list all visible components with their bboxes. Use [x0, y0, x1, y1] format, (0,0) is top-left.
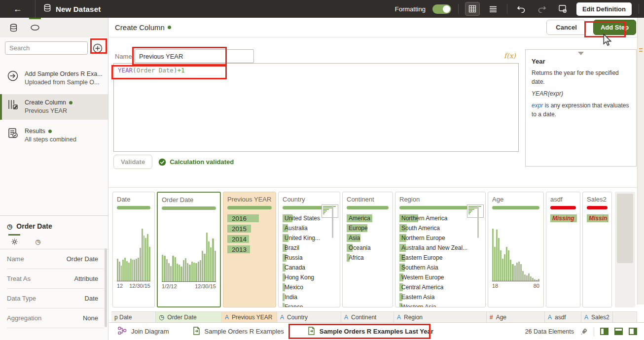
- function-picker-icon[interactable]: f(x): [504, 52, 516, 60]
- grid-view-button[interactable]: [465, 2, 479, 15]
- column-card-asdf[interactable]: asdfMissing ...: [546, 192, 580, 307]
- edit-definition-button[interactable]: Edit Definition: [576, 2, 632, 16]
- properties-scrollbar[interactable]: [105, 248, 107, 327]
- value-row[interactable]: Central America: [399, 282, 481, 292]
- column-card-sales2[interactable]: Sales2Missing o...: [582, 192, 612, 307]
- column-footer-tab-sales2[interactable]: ASales2: [581, 311, 613, 322]
- property-value[interactable]: Date: [85, 295, 104, 302]
- preview-vertical-scrollbar[interactable]: [615, 192, 635, 307]
- property-value[interactable]: Attribute: [74, 275, 104, 282]
- property-value[interactable]: Order Date: [67, 255, 104, 263]
- step-item-2[interactable]: Create ColumnPrevious YEAR: [0, 94, 108, 120]
- dataset-tab-2[interactable]: Sample Orders R Examples: [193, 323, 284, 340]
- value-row[interactable]: South America: [399, 223, 481, 233]
- main-area: Create Column Cancel Add Step Name f(x) …: [109, 18, 644, 340]
- formula-editor[interactable]: YEAR(Order Date)+1: [113, 63, 519, 152]
- dataset-tab-1[interactable]: Join Diagram: [118, 323, 169, 340]
- preparation-tab[interactable]: [28, 18, 42, 37]
- property-value[interactable]: None: [83, 314, 104, 322]
- histogram-bar: [528, 273, 530, 281]
- value-row[interactable]: Southern Asia: [399, 263, 481, 272]
- value-row[interactable]: Hong Kong: [283, 272, 336, 282]
- value-list-scrollbar[interactable]: [477, 205, 479, 238]
- column-name-input[interactable]: [135, 49, 254, 63]
- column-card-previous-year[interactable]: Previous YEAR2016201520142013: [223, 192, 276, 307]
- column-footer-tab-order-date[interactable]: ◷Order Date: [156, 311, 222, 322]
- value-row[interactable]: Eastern Asia: [399, 292, 481, 302]
- value-row[interactable]: Western Asia: [399, 302, 481, 307]
- histogram-bar: [538, 279, 539, 281]
- column-footer-tab-previous-year[interactable]: APrevious YEAR: [222, 311, 277, 322]
- scrollbar-thumb[interactable]: [617, 194, 633, 263]
- collapsed-right-panel-edge[interactable]: [637, 18, 644, 305]
- column-footer-tab-country[interactable]: ACountry: [277, 311, 341, 322]
- value-row[interactable]: Eastern Europe: [399, 253, 481, 263]
- value-list-scrollbar[interactable]: [332, 205, 333, 238]
- value-row[interactable]: 2013: [227, 244, 272, 255]
- value-label: Europe: [347, 225, 368, 232]
- histogram-bar: [494, 247, 496, 281]
- cancel-button[interactable]: Cancel: [546, 20, 586, 35]
- search-input[interactable]: [5, 41, 88, 55]
- undo-button[interactable]: [514, 2, 528, 15]
- column-card-country[interactable]: CountryUnited StatesAustraliaUnited King…: [278, 192, 340, 307]
- column-card-age[interactable]: Age1880: [488, 192, 544, 307]
- value-row[interactable]: 2016: [227, 213, 272, 224]
- validate-button[interactable]: Validate: [113, 155, 152, 169]
- column-card-region[interactable]: RegionNorthern AmericaSouth AmericaNorth…: [395, 192, 486, 307]
- dataset-tab-3[interactable]: Sample Orders R Examples Last Year: [308, 323, 433, 340]
- footer-tab-label: Previous YEAR: [232, 314, 272, 321]
- value-label: Western Asia: [399, 304, 436, 307]
- formatting-toggle[interactable]: [432, 4, 451, 14]
- value-row[interactable]: Northern Europe: [399, 233, 481, 243]
- value-row[interactable]: 2014: [227, 234, 272, 244]
- data-tab[interactable]: [6, 18, 21, 37]
- column-footer-tab-region[interactable]: ARegion: [394, 311, 487, 322]
- value-row[interactable]: Mexico: [283, 282, 336, 292]
- column-card-ship-date[interactable]: Date1212/30/15: [112, 192, 155, 307]
- column-card-continent[interactable]: ContinentAmericaEuropeAsiaOceaniaAfrica: [342, 192, 393, 307]
- value-row[interactable]: Western Europe: [399, 272, 481, 282]
- histogram-bar: [204, 254, 205, 281]
- value-row[interactable]: France: [283, 302, 336, 307]
- histogram-bar: [191, 262, 193, 281]
- column-footer-tab-asdf[interactable]: Aasdf: [545, 311, 581, 322]
- list-view-button[interactable]: [486, 2, 500, 15]
- value-row[interactable]: 2015: [227, 224, 272, 234]
- collapse-help-icon[interactable]: [578, 52, 584, 55]
- toggle-left-panel-icon[interactable]: [600, 328, 608, 335]
- value-row[interactable]: United King...: [283, 233, 336, 243]
- add-step-button[interactable]: Add Step: [593, 20, 636, 35]
- general-properties-tab[interactable]: [8, 234, 21, 249]
- column-footer-tab-ship-date[interactable]: p Date: [111, 311, 156, 322]
- value-row[interactable]: Brazil: [283, 243, 336, 253]
- value-row[interactable]: Australia: [283, 223, 336, 233]
- mini-overview-thumbnail[interactable]: [322, 204, 338, 218]
- redo-button[interactable]: [535, 2, 549, 15]
- quality-insights-icon[interactable]: [580, 328, 588, 336]
- value-row[interactable]: Australia and New Zeal...: [399, 243, 481, 253]
- value-row[interactable]: India: [283, 292, 336, 302]
- back-button[interactable]: ←: [0, 0, 36, 18]
- column-card-order-date[interactable]: Order Date1/2/1212/30/15: [157, 192, 221, 307]
- value-row[interactable]: Russia: [283, 253, 336, 263]
- step-item-1[interactable]: Add Sample Orders R Exa...Uploaded from …: [0, 66, 108, 91]
- value-label: 2016: [227, 215, 247, 222]
- mini-overview-thumbnail[interactable]: [467, 204, 484, 218]
- add-step-plus-button[interactable]: [92, 42, 103, 55]
- step-item-3[interactable]: ResultsAll steps combined: [0, 123, 108, 148]
- datetime-properties-tab[interactable]: ◷: [32, 234, 44, 249]
- inspect-button[interactable]: [556, 2, 570, 15]
- value-row[interactable]: Africa: [347, 253, 389, 263]
- value-row[interactable]: Oceania: [347, 243, 389, 253]
- column-footer-tab-age[interactable]: #Age: [487, 311, 545, 322]
- toggle-bottom-panel-icon[interactable]: [614, 328, 623, 335]
- help-arg-link[interactable]: expr: [532, 102, 543, 109]
- value-row[interactable]: Asia: [347, 233, 389, 243]
- value-row[interactable]: America: [347, 213, 389, 223]
- value-row[interactable]: Canada: [283, 263, 336, 272]
- value-row[interactable]: Europe: [347, 223, 389, 233]
- column-footer-tab-continent[interactable]: AContinent: [341, 311, 394, 322]
- value-label: United King...: [283, 235, 320, 241]
- toggle-right-panel-icon[interactable]: [629, 328, 637, 335]
